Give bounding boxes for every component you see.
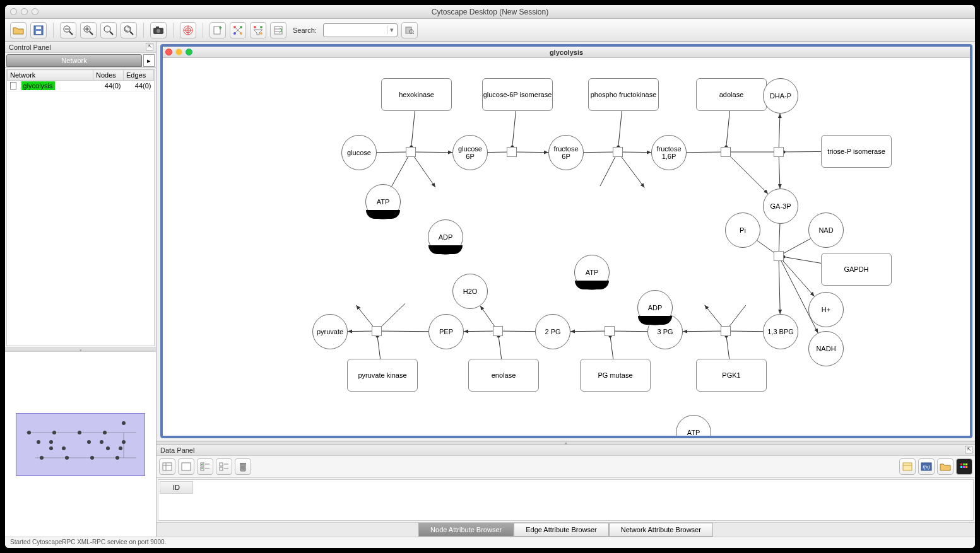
uncheck-list-button[interactable] [216, 458, 232, 475]
close-view-button[interactable] [165, 49, 172, 55]
node-atp1[interactable]: ATP [365, 184, 401, 219]
tab-node-attrs[interactable]: Node Attribute Browser [418, 523, 514, 537]
node-hplus[interactable]: H+ [808, 292, 844, 327]
close-window[interactable] [10, 8, 17, 15]
zoom-out-button[interactable] [60, 22, 76, 38]
node-glucose[interactable]: glucose [341, 135, 377, 170]
svg-point-31 [254, 26, 256, 28]
apply-layout-button[interactable] [230, 22, 246, 38]
node-r6[interactable] [774, 251, 784, 261]
node-r7[interactable] [721, 326, 731, 336]
overview-thumbnail[interactable] [16, 413, 145, 476]
node-pg2[interactable]: 2 PG [535, 314, 570, 349]
col-nodes[interactable]: Nodes [93, 70, 124, 81]
tab-network-attrs[interactable]: Network Attribute Browser [609, 523, 713, 537]
node-nadh[interactable]: NADH [808, 331, 844, 366]
node-r2[interactable] [507, 147, 517, 157]
node-adolase[interactable]: adolase [696, 78, 767, 111]
node-h2o[interactable]: H2O [452, 274, 488, 309]
check-list-button[interactable] [197, 458, 213, 475]
undock-control-panel-button[interactable]: ⇱ [146, 43, 153, 50]
node-tpi[interactable]: triose-P isomerase [821, 135, 892, 168]
open-file-button[interactable] [10, 22, 27, 38]
network-list[interactable]: Network Nodes Edges glycolysis 44(0) 44(… [6, 69, 155, 346]
undock-data-panel-button[interactable]: ⇱ [965, 446, 972, 453]
data-col-id[interactable]: ID [160, 481, 193, 494]
node-pep[interactable]: PEP [428, 314, 464, 349]
search-combo[interactable]: ▾ [323, 23, 398, 37]
node-adp2[interactable]: ADP [637, 290, 673, 325]
node-f6p[interactable]: fructose 6P [548, 135, 584, 170]
node-r9[interactable] [493, 326, 503, 336]
tab-menu-button[interactable]: ▸ [143, 54, 155, 67]
search-dropdown-icon[interactable]: ▾ [387, 26, 397, 34]
status-bar: Started CytoscapeRPC XML-RPC service on … [5, 537, 975, 548]
node-nad[interactable]: NAD [808, 212, 844, 248]
node-pyrk[interactable]: pyruvate kinase [347, 359, 418, 392]
node-pfk[interactable]: phospho fructokinase [588, 78, 659, 111]
heatmap-button[interactable] [956, 458, 972, 475]
search-go-button[interactable] [401, 22, 418, 38]
svg-point-57 [49, 446, 53, 450]
snapshot-button[interactable] [150, 22, 167, 38]
zoom-selected-button[interactable] [121, 22, 137, 38]
search-input[interactable] [324, 26, 387, 34]
new-network-button[interactable] [210, 22, 226, 38]
svg-rect-2 [36, 26, 41, 29]
svg-point-60 [119, 446, 122, 450]
tab-network[interactable]: Network [6, 54, 142, 67]
data-table[interactable]: ID [158, 479, 974, 521]
network-canvas[interactable]: hexokinaseglucose-6P isomerasephospho fr… [163, 58, 970, 436]
node-r4[interactable] [721, 147, 731, 157]
col-network[interactable]: Network [8, 70, 93, 81]
titlebar: Cytoscape Desktop (New Session) [5, 5, 975, 19]
col-edges[interactable]: Edges [124, 70, 154, 81]
node-adp1[interactable]: ADP [428, 219, 463, 255]
node-pi[interactable]: Pi [725, 212, 760, 248]
network-view-titlebar[interactable]: glycolysis [163, 47, 970, 58]
select-attrs-button[interactable] [159, 458, 175, 475]
node-hexokinase[interactable]: hexokinase [381, 78, 452, 111]
node-g6pi[interactable]: glucose-6P isomerase [482, 78, 553, 111]
import-button[interactable] [899, 458, 916, 475]
node-f16p[interactable]: fructose 1,6P [651, 135, 687, 170]
vizmap-button[interactable] [270, 22, 286, 38]
tab-edge-attrs[interactable]: Edge Attribute Browser [514, 523, 609, 537]
zoom-fit-button[interactable] [100, 22, 117, 38]
node-bpg13[interactable]: 1,3 BPG [763, 314, 798, 349]
minimize-window[interactable] [21, 8, 28, 15]
node-r8[interactable] [605, 326, 615, 336]
node-r5[interactable] [774, 147, 784, 157]
svg-rect-131 [965, 466, 967, 468]
zoom-window[interactable] [32, 8, 38, 15]
node-atp2[interactable]: ATP [574, 255, 610, 290]
save-button[interactable] [30, 22, 47, 38]
node-dhap[interactable]: DHA-P [763, 78, 798, 114]
node-ga3p[interactable]: GA-3P [763, 189, 798, 224]
node-pgm[interactable]: PG mutase [580, 359, 651, 392]
node-enolase[interactable]: enolase [468, 359, 539, 392]
control-panel-title: Control Panel ⇱ [5, 42, 156, 53]
svg-point-55 [87, 440, 91, 444]
zoom-view-button[interactable] [186, 49, 192, 55]
node-g6p[interactable]: glucose 6P [452, 135, 488, 170]
delete-attr-button[interactable] [235, 458, 251, 475]
node-gapdh[interactable]: GAPDH [821, 253, 892, 286]
function-button[interactable]: f(x) [918, 458, 935, 475]
svg-line-92 [705, 305, 723, 327]
filter-button[interactable] [250, 22, 266, 38]
node-pgk1[interactable]: PGK1 [696, 359, 767, 392]
network-row[interactable]: glycolysis 44(0) 44(0) [8, 81, 154, 91]
node-r1[interactable] [406, 147, 416, 157]
zoom-in-button[interactable] [80, 22, 97, 38]
node-pyruvate[interactable]: pyruvate [312, 314, 348, 349]
open-folder-button[interactable] [937, 458, 953, 475]
overview-panel[interactable] [5, 351, 156, 537]
node-r3[interactable] [613, 147, 623, 157]
help-button[interactable] [180, 22, 196, 38]
node-r10[interactable] [372, 326, 382, 336]
select-all-button[interactable] [178, 458, 194, 475]
network-view-window[interactable]: glycolysis hexokinaseglucose-6P isomeras… [160, 44, 972, 438]
minimize-view-button[interactable] [175, 49, 182, 55]
svg-line-79 [779, 114, 780, 147]
